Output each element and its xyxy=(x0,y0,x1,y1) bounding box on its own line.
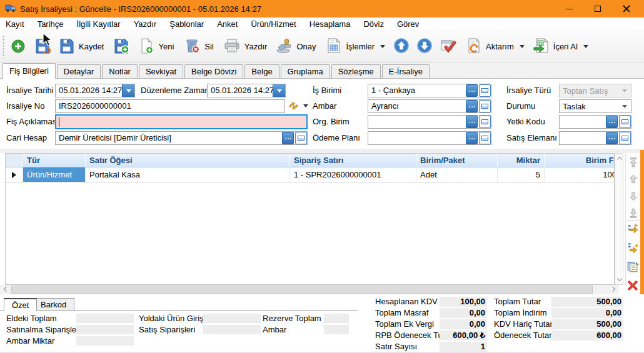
menu-tarihce[interactable]: Tarihçe xyxy=(38,19,64,29)
is-birimi-field[interactable]: 1 - Çankaya xyxy=(368,84,491,97)
menu-anket[interactable]: Anket xyxy=(217,19,238,29)
yetki-kodu-field[interactable] xyxy=(559,115,631,129)
cell-satir-ogesi[interactable]: Portakal Kasa xyxy=(86,167,290,182)
browse-icon[interactable] xyxy=(466,100,478,112)
keyboard-icon[interactable] xyxy=(479,100,491,112)
close-button[interactable] xyxy=(612,0,641,17)
satis-elemani-field[interactable] xyxy=(559,131,631,145)
save-button[interactable]: Kaydet xyxy=(59,37,104,56)
confirm-button[interactable] xyxy=(440,37,458,56)
maximize-button[interactable] xyxy=(583,0,612,17)
tab-sozlesme[interactable]: Sözleşme xyxy=(331,64,381,78)
col-header-birim-paket[interactable]: Birim/Paket xyxy=(416,154,498,167)
new-button[interactable]: Yeni xyxy=(138,37,174,56)
save-refresh-button[interactable] xyxy=(34,37,51,56)
scroll-right-icon[interactable] xyxy=(610,287,615,292)
import-button[interactable]: İçeri Al xyxy=(533,37,588,56)
tab-ozet[interactable]: Özet xyxy=(4,298,37,311)
transfer-button[interactable]: Aktarım xyxy=(466,37,525,56)
browse-icon[interactable] xyxy=(466,116,478,128)
print-button[interactable]: Yazdır xyxy=(223,37,268,56)
move-up-icon[interactable] xyxy=(628,174,639,185)
toplam-ek-vergi-label: Toplam Ek Vergi xyxy=(375,319,434,329)
col-header-miktar[interactable]: Miktar xyxy=(498,154,545,167)
move-bottom-icon[interactable] xyxy=(628,207,639,219)
menu-yazdir[interactable]: Yazdır xyxy=(134,19,157,29)
insert-line-icon[interactable] xyxy=(628,223,639,234)
approve-button[interactable]: Onay xyxy=(276,37,316,56)
next-record-button[interactable] xyxy=(416,37,433,56)
chevron-down-icon[interactable] xyxy=(273,84,285,97)
move-top-icon[interactable] xyxy=(628,157,639,168)
number-template-icon[interactable] xyxy=(288,101,299,113)
scrollbar-thumb[interactable] xyxy=(11,286,593,294)
tab-fis-bilgileri[interactable]: Fiş Bilgileri xyxy=(3,63,56,79)
tab-detaylar[interactable]: Detaylar xyxy=(57,64,101,78)
menu-ilgili-kayitlar[interactable]: İlgili Kayıtlar xyxy=(77,19,121,29)
grid-corner-cell[interactable] xyxy=(6,154,23,167)
keyboard-icon[interactable] xyxy=(479,84,491,97)
save-and-new-button[interactable] xyxy=(113,37,129,56)
ambar-field[interactable]: Ayrancı xyxy=(368,99,491,113)
fis-aciklamasi-input[interactable] xyxy=(55,114,308,129)
menu-hesaplama[interactable]: Hesaplama xyxy=(309,19,351,29)
browse-icon[interactable] xyxy=(466,84,478,97)
form-panel: İrsaliye Tarihi 05.01.2026 14:27 Düzenle… xyxy=(0,79,644,149)
row-selector-cell[interactable] xyxy=(6,167,23,182)
keyboard-icon[interactable] xyxy=(295,132,307,144)
menu-urun-hizmet[interactable]: Ürün/Hizmet xyxy=(251,19,296,29)
grid-horizontal-scrollbar[interactable] xyxy=(0,285,619,294)
tab-e-irsaliye[interactable]: E-İrsaliye xyxy=(382,64,430,78)
cell-birim-paket[interactable]: Adet xyxy=(416,167,498,182)
browse-icon[interactable] xyxy=(606,116,618,128)
browse-icon[interactable] xyxy=(466,132,478,144)
cari-hesap-field[interactable]: Demir Üreticisi [Demir Üreticisi] xyxy=(55,131,308,145)
menu-kayit[interactable]: Kayıt xyxy=(6,19,24,29)
menu-sablonlar[interactable]: Şablonlar xyxy=(169,19,204,29)
tab-belge[interactable]: Belge xyxy=(244,64,279,78)
tab-belge-dovizi[interactable]: Belge Dövizi xyxy=(184,64,243,78)
odeme-plani-field[interactable] xyxy=(368,131,491,145)
col-header-tur[interactable]: Tür xyxy=(23,154,86,167)
keyboard-icon[interactable] xyxy=(619,116,631,128)
scroll-down-icon[interactable] xyxy=(616,276,621,281)
menu-doviz[interactable]: Döviz xyxy=(363,19,384,29)
cell-miktar[interactable]: 5 xyxy=(498,167,545,182)
prev-record-button[interactable] xyxy=(393,37,410,56)
chevron-down-icon[interactable] xyxy=(122,84,134,97)
col-header-satir-ogesi[interactable]: Satır Öğesi xyxy=(86,154,290,167)
duzenleme-zamani-combo[interactable]: 05.01.2026 14:27 xyxy=(207,84,286,97)
move-down-icon[interactable] xyxy=(628,191,639,202)
browse-icon[interactable] xyxy=(606,132,618,144)
scroll-up-icon[interactable] xyxy=(616,157,621,162)
keyboard-icon[interactable] xyxy=(479,132,491,144)
minimize-button[interactable] xyxy=(555,0,583,17)
irsaliye-tarihi-combo[interactable]: 05.01.2026 14:27 xyxy=(55,84,135,97)
insert-line-after-icon[interactable] xyxy=(628,242,639,253)
durumu-combo[interactable]: Taslak xyxy=(559,99,631,113)
chevron-down-icon[interactable] xyxy=(303,104,308,107)
grid-row[interactable]: Ürün/Hizmet Portakal Kasa 1 - SPR2026000… xyxy=(6,167,615,182)
cell-birim-fiyat[interactable]: 100,00 xyxy=(545,167,615,182)
splitter[interactable] xyxy=(0,149,644,153)
tab-barkod[interactable]: Barkod xyxy=(33,298,74,311)
keyboard-icon[interactable] xyxy=(479,116,491,128)
cell-siparis-satiri[interactable]: 1 - SPR2026000000001 xyxy=(290,167,416,182)
col-header-siparis-satiri[interactable]: Sipariş Satırı xyxy=(290,154,416,167)
delete-button[interactable]: Sil xyxy=(184,37,213,56)
scroll-left-icon[interactable] xyxy=(4,287,9,292)
delete-line-icon[interactable] xyxy=(627,280,638,291)
tab-notlar[interactable]: Notlar xyxy=(102,64,138,78)
keyboard-icon[interactable] xyxy=(619,132,631,144)
operations-button[interactable]: İşlemler xyxy=(326,37,385,56)
cell-tur[interactable]: Ürün/Hizmet xyxy=(23,167,86,182)
tab-gruplama[interactable]: Gruplama xyxy=(281,64,330,78)
org-birim-field[interactable] xyxy=(368,115,491,129)
tab-sevkiyat[interactable]: Sevkiyat xyxy=(139,64,183,78)
col-header-birim-fiyat[interactable]: Birim Fiyat xyxy=(545,154,615,167)
menu-gorev[interactable]: Görev xyxy=(397,19,419,29)
browse-icon[interactable] xyxy=(282,132,294,144)
grid-vertical-scrollbar[interactable] xyxy=(615,153,623,285)
irsaliye-no-field[interactable]: IRS2026000000001 xyxy=(55,99,285,113)
add-record-button[interactable] xyxy=(10,37,26,56)
